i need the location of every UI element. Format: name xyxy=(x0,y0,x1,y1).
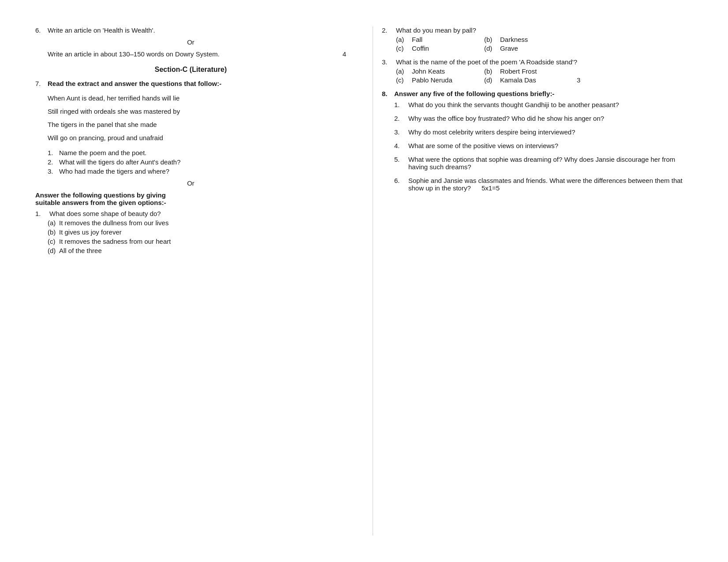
q6-score: 4 xyxy=(343,50,346,58)
q8-sub-4: 4. What are some of the positive views o… xyxy=(394,142,693,149)
q7-or: Or xyxy=(35,179,346,187)
mcq3-row1: (a) John Keats (b) Robert Frost xyxy=(396,67,693,75)
q8-header: 8. Answer any five of the following ques… xyxy=(382,90,693,97)
mcq2-row2: (c) Coffin (d) Grave xyxy=(396,45,693,52)
mcq3-opt-b: (b) Robert Frost xyxy=(484,67,572,75)
mcq2-opt-b: (b) Darkness xyxy=(484,36,572,43)
mcq1-opt-a: (a) It removes the dullness from our liv… xyxy=(48,219,346,227)
poem-line-4: Will go on prancing, proud and unafraid xyxy=(48,131,346,145)
mcq2-opt-a: (a) Fall xyxy=(396,36,484,43)
q7-sub-3: 3. Who had made the tigers and where? xyxy=(48,167,346,175)
q7-sub-questions: 1. Name the poem and the poet. 2. What w… xyxy=(48,149,346,175)
q8-sub-1: 1. What do you think the servants though… xyxy=(394,101,693,108)
mcq2-row1: (a) Fall (b) Darkness xyxy=(396,36,693,43)
mcq1-options: (a) It removes the dullness from our liv… xyxy=(48,219,346,254)
mcq3-opt-c: (c) Pablo Neruda xyxy=(396,76,484,84)
mcq2-opt-c: (c) Coffin xyxy=(396,45,484,52)
q6-or: Or xyxy=(35,38,346,46)
mcq2-opt-d: (d) Grave xyxy=(484,45,572,52)
q7-bold-text: Read the extract and answer the question… xyxy=(48,80,346,87)
mcq1-opt-d: (d) All of the three xyxy=(48,247,346,254)
q6-alt: Write an article in about 130–150 words … xyxy=(48,50,346,58)
mcq1-opt-b: (b) It gives us joy forever xyxy=(48,228,346,236)
mcq2-question: 2. What do you mean by pall? xyxy=(382,26,693,34)
q7-num: 7. xyxy=(35,80,48,87)
section-c-header: Section-C (Literature) xyxy=(35,66,346,74)
mcq2-options: (a) Fall (b) Darkness (c) Coffin (d) xyxy=(396,36,693,52)
q7-or-alt: Answer the following questions by giving… xyxy=(35,191,346,206)
q6-num: 6. xyxy=(35,26,48,34)
mcq3-options: (a) John Keats (b) Robert Frost (c) Pabl… xyxy=(396,67,693,84)
mcq3-opt-a: (a) John Keats xyxy=(396,67,484,75)
mcq1-opt-c: (c) It removes the sadness from our hear… xyxy=(48,238,346,245)
mcq3: 3. What is the name of the poet of the p… xyxy=(382,58,693,84)
poem-extract: When Aunt is dead, her terrified hands w… xyxy=(48,92,346,145)
q8-sub-2: 2. Why was the office boy frustrated? Wh… xyxy=(394,115,693,122)
poem-line-2: Still ringed with ordeals she was master… xyxy=(48,105,346,118)
q8-sub-5: 5. What were the options that sophie was… xyxy=(394,156,693,171)
q7-sub-2: 2. What will the tigers do after Aunt's … xyxy=(48,158,346,166)
mcq3-score: 3 xyxy=(577,76,580,84)
q7-sub-1: 1. Name the poem and the poet. xyxy=(48,149,346,156)
q8-score: 5x1=5 xyxy=(482,184,500,192)
poem-line-1: When Aunt is dead, her terrified hands w… xyxy=(48,92,346,105)
mcq1-question: 1. What does some shape of beauty do? xyxy=(35,210,346,217)
mcq3-opt-d: (d) Kamala Das xyxy=(484,76,572,84)
question-8: 8. Answer any five of the following ques… xyxy=(382,90,693,192)
question-6: 6. Write an article on 'Health is Wealth… xyxy=(35,26,346,58)
question-7: 7. Read the extract and answer the quest… xyxy=(35,80,346,254)
poem-line-3: The tigers in the panel that she made xyxy=(48,118,346,131)
mcq1: 1. What does some shape of beauty do? (a… xyxy=(35,210,346,254)
q6-text: Write an article on 'Health is Wealth'. xyxy=(48,26,346,34)
mcq2: 2. What do you mean by pall? (a) Fall (b… xyxy=(382,26,693,52)
q8-sub-questions: 1. What do you think the servants though… xyxy=(394,101,693,192)
mcq3-row2: (c) Pablo Neruda (d) Kamala Das 3 xyxy=(396,76,693,84)
mcq3-question: 3. What is the name of the poet of the p… xyxy=(382,58,693,66)
q8-sub-3: 3. Why do most celebrity writers despire… xyxy=(394,128,693,136)
q8-sub-6: 6. Sophie and Jansie was classmates and … xyxy=(394,177,693,192)
